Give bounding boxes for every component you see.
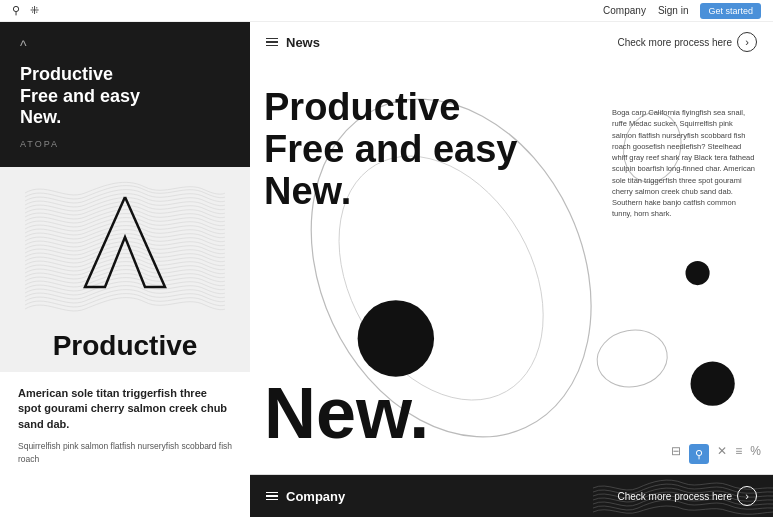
left-sidebar: ^ Productive Free and easy New. ATOPA — [0, 22, 250, 517]
icon-list[interactable]: ≡ — [735, 444, 742, 464]
icon-grid[interactable]: ⊟ — [671, 444, 681, 464]
hero-area: Productive Free and easy New. Boga carp … — [250, 52, 773, 474]
sidebar-bottom-body: Squirrelfish pink salmon flatfish nurser… — [18, 440, 232, 466]
hero-description: Boga carp California flyingfish sea snai… — [612, 107, 757, 220]
company-title: Company — [286, 489, 345, 504]
icon-percent[interactable]: % — [750, 444, 761, 464]
hero-line1: Productive — [264, 86, 460, 128]
brand-tagline: ATOPA — [20, 139, 230, 149]
svg-point-5 — [685, 261, 709, 285]
news-section: News Check more process here › — [250, 22, 773, 475]
top-nav-left: ⚲ ⁜ — [12, 4, 39, 17]
sidebar-big-label: Productive — [53, 330, 198, 362]
company-header-left: Company — [266, 489, 345, 504]
svg-point-6 — [691, 362, 735, 406]
signin-link[interactable]: Sign in — [658, 5, 689, 16]
top-nav-right: Company Sign in Get started — [603, 3, 761, 19]
news-header-left: News — [266, 35, 320, 50]
svg-point-3 — [593, 325, 672, 393]
news-arrow-circle[interactable]: › — [737, 32, 757, 52]
news-title: News — [286, 35, 320, 50]
sidebar-middle: Productive — [0, 167, 250, 372]
logo-arrow: ^ — [20, 38, 230, 54]
search-icon[interactable]: ⚲ — [12, 4, 20, 17]
company-section: Company Check more process here › — [250, 475, 773, 517]
news-header: News Check more process here › — [250, 22, 773, 60]
brand-line3: New. — [20, 107, 61, 127]
sidebar-top: ^ Productive Free and easy New. ATOPA — [0, 22, 250, 167]
sidebar-bottom-title: American sole titan triggerfish three sp… — [18, 386, 232, 432]
brand-line2: Free and easy — [20, 86, 140, 106]
icon-search-active[interactable]: ⚲ — [689, 444, 709, 464]
news-check-more-text: Check more process here — [618, 37, 733, 48]
bottom-icons: ⊟ ⚲ ✕ ≡ % — [671, 444, 761, 464]
right-content: News Check more process here › — [250, 22, 773, 517]
hamburger-icon[interactable] — [266, 38, 278, 47]
company-link[interactable]: Company — [603, 5, 646, 16]
svg-point-4 — [358, 300, 434, 376]
brand-title: Productive Free and easy New. — [20, 64, 230, 129]
get-started-button[interactable]: Get started — [700, 3, 761, 19]
big-new-text: New. — [264, 372, 429, 454]
company-hamburger-icon[interactable] — [266, 492, 278, 501]
hero-line2: Free and easy — [264, 128, 517, 170]
main-layout: ^ Productive Free and easy New. ATOPA — [0, 22, 773, 517]
grid-icon[interactable]: ⁜ — [30, 4, 39, 17]
wavy-image — [25, 177, 225, 322]
news-check-more[interactable]: Check more process here › — [618, 32, 758, 52]
icon-close[interactable]: ✕ — [717, 444, 727, 464]
hero-line3: New. — [264, 170, 351, 212]
brand-line1: Productive — [20, 64, 113, 84]
sidebar-bottom: American sole titan triggerfish three sp… — [0, 372, 250, 517]
hero-text: Productive Free and easy New. — [264, 87, 517, 212]
top-nav: ⚲ ⁜ Company Sign in Get started — [0, 0, 773, 22]
